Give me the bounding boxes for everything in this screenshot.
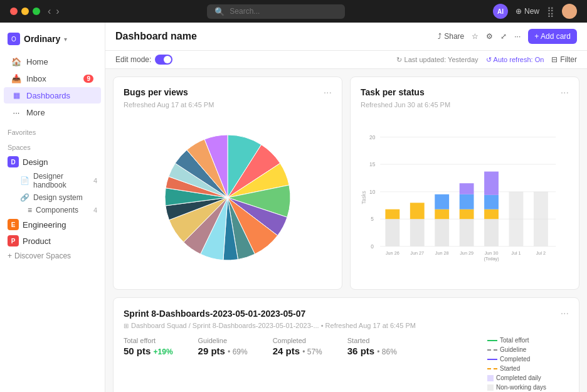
forward-button[interactable]: › xyxy=(56,6,59,17)
legend-box-icon xyxy=(487,384,494,391)
expand-icon: ⤢ xyxy=(500,32,507,41)
search-input[interactable] xyxy=(230,7,337,16)
sidebar-item-label: More xyxy=(26,108,93,117)
svg-rect-20 xyxy=(460,194,474,209)
bar-chart-svg: 20 15 10 5 0 Tasks xyxy=(361,116,569,279)
header-actions: ⤴ Share ☆ ⚙ ⤢ ··· + Add card xyxy=(438,29,577,44)
card-menu-button[interactable]: ··· xyxy=(324,87,332,98)
svg-rect-25 xyxy=(484,172,499,195)
share-button[interactable]: ⤴ Share xyxy=(438,32,464,41)
more-button[interactable]: ··· xyxy=(514,32,521,41)
legend-completed-daily: Completed daily xyxy=(487,374,569,381)
doc-icon: 📄 xyxy=(20,176,29,185)
svg-rect-14 xyxy=(410,203,425,219)
close-dot[interactable] xyxy=(10,8,18,15)
card-header: Task per status ··· xyxy=(361,87,569,98)
stat-label: Completed xyxy=(273,337,322,344)
legend-total-effort: Total effort xyxy=(487,337,569,344)
svg-rect-12 xyxy=(385,209,399,220)
card-subtitle: Refreshed Jun 30 at 6:45 PM xyxy=(361,101,569,109)
discover-spaces[interactable]: + Discover Spaces xyxy=(0,249,105,263)
legend-started: Started xyxy=(487,365,569,372)
card-title: Bugs per views xyxy=(124,87,188,97)
sidebar-nav: 🏠 Home 📥 Inbox 9 ▦ Dashboards ··· More xyxy=(0,50,105,124)
svg-rect-11 xyxy=(385,219,399,246)
breadcrumb-text: Dashboard Squad / Sprint 8-Dashboards-20… xyxy=(131,322,416,329)
bar-chart: 20 15 10 5 0 Tasks xyxy=(361,116,569,279)
new-button[interactable]: ⊕ New xyxy=(516,7,539,16)
list-icon: ≡ xyxy=(28,206,32,215)
main-header: Dashboard name ⤴ Share ☆ ⚙ ⤢ ··· + xyxy=(105,23,587,51)
add-card-button[interactable]: + Add card xyxy=(528,29,577,44)
sprint-legend: Total effort Guideline Completed St xyxy=(487,337,569,391)
svg-rect-18 xyxy=(460,219,474,246)
svg-rect-23 xyxy=(484,209,499,220)
legend-non-working: Non-working days xyxy=(487,384,569,391)
sidebar-item-design-system[interactable]: 🔗 Design system xyxy=(0,191,105,204)
svg-rect-19 xyxy=(460,209,474,220)
sprint-menu-button[interactable]: ··· xyxy=(561,308,569,319)
svg-rect-22 xyxy=(484,219,499,246)
sidebar-item-engineering[interactable]: E Engineering xyxy=(0,216,105,233)
stat-started: Started 36 pts • 86% xyxy=(347,337,397,356)
svg-text:15: 15 xyxy=(369,161,376,167)
workspace-name: Ordinary xyxy=(24,34,60,44)
stat-guideline: Guideline 29 pts • 69% xyxy=(198,337,248,356)
svg-rect-13 xyxy=(410,219,425,246)
star-button[interactable]: ☆ xyxy=(472,32,479,41)
sidebar-item-product[interactable]: P Product xyxy=(0,233,105,249)
sidebar-item-dashboards[interactable]: ▦ Dashboards xyxy=(4,87,101,103)
stat-label: Total effort xyxy=(124,337,173,344)
workspace-selector[interactable]: O Ordinary ▾ xyxy=(0,28,105,50)
titlebar-navigation: ‹ › xyxy=(48,6,60,17)
back-button[interactable]: ‹ xyxy=(48,6,51,17)
minimize-dot[interactable] xyxy=(21,8,29,15)
stat-label: Started xyxy=(347,337,397,344)
svg-text:Jul 2: Jul 2 xyxy=(536,250,546,256)
stat-change: +19% xyxy=(154,347,173,356)
expand-button[interactable]: ⤢ xyxy=(500,32,507,41)
spaces-section-label: Spaces xyxy=(0,139,105,154)
stat-value: 36 pts • 86% xyxy=(347,346,397,356)
settings-button[interactable]: ⚙ xyxy=(486,32,493,41)
sidebar-item-more[interactable]: ··· More xyxy=(4,104,101,120)
stat-pct: • 86% xyxy=(377,347,397,356)
filter-button[interactable]: ⊟ Filter xyxy=(551,55,577,64)
sidebar-item-designer-handbook[interactable]: 📄 Designer handbook 4 xyxy=(0,170,105,191)
stat-value: 29 pts • 69% xyxy=(198,346,248,356)
search-bar[interactable]: 🔍 xyxy=(207,4,345,19)
legend-box-icon xyxy=(487,375,494,381)
sidebar-item-inbox[interactable]: 📥 Inbox 9 xyxy=(4,70,101,87)
stat-pct: • 57% xyxy=(302,347,322,356)
last-updated-info: ↻ Last updated: Yesterday xyxy=(396,56,479,64)
sprint-breadcrumb: ⊞ Dashboard Squad / Sprint 8-Dashboards-… xyxy=(124,322,569,329)
edit-mode-toggle[interactable] xyxy=(155,55,172,65)
sidebar-item-label: Inbox xyxy=(26,74,78,83)
window-controls xyxy=(10,8,40,15)
card-menu-button[interactable]: ··· xyxy=(561,87,569,98)
cards-row: Bugs per views ··· Refreshed Aug 17 at 6… xyxy=(113,77,579,290)
stat-completed: Completed 24 pts • 57% xyxy=(273,337,322,356)
stat-total-effort: Total effort 50 pts +19% xyxy=(124,337,173,356)
svg-text:Jun 29: Jun 29 xyxy=(460,250,473,256)
plus-icon: + xyxy=(8,252,12,260)
sidebar-item-home[interactable]: 🏠 Home xyxy=(4,53,101,70)
sidebar-item-design[interactable]: D Design xyxy=(0,154,105,170)
home-icon: 🏠 xyxy=(11,56,21,66)
link-icon: 🔗 xyxy=(20,193,29,202)
avatar[interactable] xyxy=(562,4,577,19)
titlebar-right: AI ⊕ New ⣿ xyxy=(493,4,577,19)
maximize-dot[interactable] xyxy=(33,8,40,15)
auto-refresh-button[interactable]: ↺ Auto refresh: On xyxy=(486,56,544,64)
svg-text:10: 10 xyxy=(369,189,376,195)
gear-icon: ⚙ xyxy=(486,32,493,41)
stat-label: Guideline xyxy=(198,337,248,344)
legend-guideline: Guideline xyxy=(487,346,569,353)
share-icon: ⤴ xyxy=(438,32,442,41)
design-space-icon: D xyxy=(8,156,19,167)
item-label: Components xyxy=(36,206,78,215)
sidebar-item-components[interactable]: ≡ Components 4 xyxy=(0,204,105,216)
grid-icon[interactable]: ⣿ xyxy=(547,6,554,18)
pie-chart xyxy=(124,116,332,279)
ai-button[interactable]: AI xyxy=(493,4,508,19)
